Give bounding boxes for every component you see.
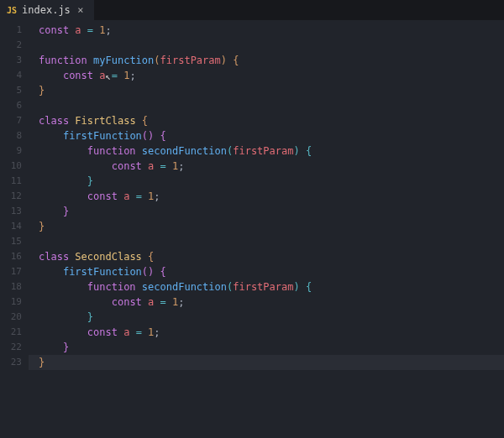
code-token bbox=[39, 175, 87, 187]
code-token: ( bbox=[142, 266, 148, 278]
code-token bbox=[154, 296, 160, 308]
code-line[interactable] bbox=[29, 38, 504, 53]
code-token: const bbox=[39, 24, 69, 36]
code-line[interactable]: firstFunction() { bbox=[29, 128, 504, 143]
line-number: 14 bbox=[0, 219, 29, 234]
code-token: = bbox=[160, 296, 166, 308]
code-line[interactable] bbox=[29, 98, 504, 113]
code-token bbox=[87, 55, 93, 66]
code-token bbox=[300, 281, 306, 293]
code-line[interactable]: } bbox=[29, 355, 504, 370]
code-token bbox=[142, 251, 148, 263]
code-token bbox=[154, 160, 160, 172]
code-token: ( bbox=[154, 55, 160, 66]
code-token bbox=[142, 160, 148, 172]
line-number: 4 bbox=[0, 68, 29, 83]
code-line[interactable]: } bbox=[29, 174, 504, 189]
line-number: 11 bbox=[0, 174, 29, 189]
code-token bbox=[300, 145, 306, 157]
code-token: 1 bbox=[99, 24, 105, 36]
line-number: 6 bbox=[0, 98, 29, 113]
code-line[interactable]: const a = 1; bbox=[29, 23, 504, 38]
code-token: ( bbox=[142, 130, 148, 142]
code-token: function bbox=[39, 55, 87, 66]
code-token bbox=[39, 311, 87, 323]
code-token bbox=[129, 326, 135, 338]
code-line[interactable]: const a = 1; bbox=[29, 159, 504, 174]
line-number: 20 bbox=[0, 310, 29, 325]
code-content[interactable]: const a = 1;function myFunction(firstPar… bbox=[29, 20, 504, 438]
code-token: = bbox=[136, 190, 142, 202]
code-token: } bbox=[87, 311, 93, 323]
code-line[interactable]: class FisrtClass { bbox=[29, 113, 504, 128]
code-token bbox=[39, 130, 63, 142]
code-token: const bbox=[87, 190, 118, 202]
code-token: = bbox=[112, 70, 118, 81]
code-token: ; bbox=[129, 70, 135, 81]
code-token: const bbox=[63, 70, 93, 81]
code-token: ) bbox=[293, 281, 299, 293]
tab-bar: JS index.js × bbox=[0, 0, 504, 20]
code-token: { bbox=[306, 145, 312, 157]
code-line[interactable]: firstFunction() { bbox=[29, 264, 504, 279]
code-token: } bbox=[39, 85, 45, 96]
code-token bbox=[166, 160, 172, 172]
tab-index-js[interactable]: JS index.js × bbox=[0, 0, 94, 20]
code-token: secondFunction bbox=[142, 281, 227, 293]
code-line[interactable]: function secondFunction(firstParam) { bbox=[29, 279, 504, 295]
code-token bbox=[39, 70, 63, 81]
line-number: 7 bbox=[0, 113, 29, 128]
code-token bbox=[39, 206, 63, 217]
code-token bbox=[136, 281, 142, 293]
code-token: a bbox=[99, 70, 105, 81]
code-token: ; bbox=[154, 326, 160, 338]
line-number: 13 bbox=[0, 204, 29, 219]
code-line[interactable]: const a = 1; bbox=[29, 189, 504, 204]
code-token: { bbox=[160, 130, 166, 142]
code-token: FisrtClass bbox=[75, 115, 135, 127]
code-token: ; bbox=[106, 24, 112, 36]
code-token: = bbox=[136, 326, 142, 338]
js-file-icon: JS bbox=[7, 6, 17, 15]
code-line[interactable]: const a = 1; bbox=[29, 325, 504, 340]
code-line[interactable]: function myFunction(firstParam) { bbox=[29, 53, 504, 68]
code-token: const bbox=[112, 160, 142, 172]
code-token: = bbox=[160, 160, 166, 172]
code-token: } bbox=[63, 206, 69, 217]
code-token: } bbox=[39, 357, 45, 368]
code-line[interactable]: const a = 1;↖ bbox=[29, 68, 504, 83]
code-token: function bbox=[87, 145, 136, 157]
line-number: 17 bbox=[0, 264, 29, 279]
line-number: 1 bbox=[0, 23, 29, 38]
line-number: 23 bbox=[0, 355, 29, 370]
code-token: ; bbox=[178, 296, 184, 308]
code-token bbox=[39, 342, 63, 353]
line-number: 5 bbox=[0, 83, 29, 98]
code-line[interactable]: const a = 1; bbox=[29, 295, 504, 310]
code-line[interactable]: class SecondClass { bbox=[29, 249, 504, 264]
code-token: ) bbox=[221, 55, 227, 66]
code-token: ; bbox=[178, 160, 184, 172]
code-token bbox=[39, 281, 87, 293]
code-token bbox=[154, 266, 160, 278]
code-token: { bbox=[306, 281, 312, 293]
code-token bbox=[39, 145, 87, 157]
code-token: = bbox=[87, 24, 93, 36]
code-line[interactable]: function secondFunction(firstParam) { bbox=[29, 143, 504, 159]
code-line[interactable]: } bbox=[29, 340, 504, 355]
code-line[interactable] bbox=[29, 234, 504, 249]
code-token: } bbox=[63, 342, 69, 353]
line-number-gutter: 1234567891011121314151617181920212223 bbox=[0, 20, 29, 438]
line-number: 15 bbox=[0, 234, 29, 249]
code-line[interactable]: } bbox=[29, 310, 504, 325]
code-token: class bbox=[39, 251, 69, 263]
code-token: ; bbox=[154, 190, 160, 202]
code-token: firstParam bbox=[233, 281, 293, 293]
code-line[interactable]: } bbox=[29, 83, 504, 98]
code-token bbox=[129, 190, 135, 202]
code-line[interactable]: } bbox=[29, 219, 504, 234]
code-token: function bbox=[87, 281, 136, 293]
close-icon[interactable]: × bbox=[76, 5, 86, 15]
code-token bbox=[106, 70, 112, 81]
code-line[interactable]: } bbox=[29, 204, 504, 219]
